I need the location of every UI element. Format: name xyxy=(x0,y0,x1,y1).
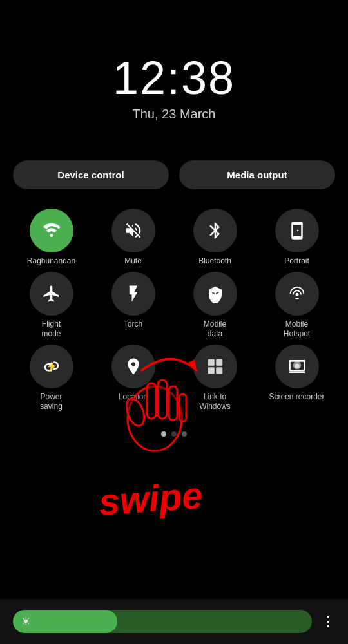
toggle-item-power: ⚡ Powersaving xyxy=(13,345,90,412)
mute-toggle[interactable] xyxy=(111,209,155,252)
screen-recorder-icon xyxy=(287,357,307,376)
hotspot-toggle[interactable] xyxy=(275,272,319,316)
location-toggle[interactable] xyxy=(111,345,155,388)
svg-rect-4 xyxy=(216,367,222,374)
wifi-label: Raghunandan xyxy=(27,256,75,267)
more-options-icon[interactable]: ⋮ xyxy=(321,613,335,630)
toggle-item-link-windows: Link toWindows xyxy=(177,345,253,412)
pagination-dot-1 xyxy=(161,431,166,437)
toggle-item-portrait: Portrait xyxy=(258,209,335,267)
svg-rect-2 xyxy=(216,359,222,366)
flight-label: Flightmode xyxy=(41,319,61,339)
toggle-item-flight: Flightmode xyxy=(13,272,90,339)
torch-toggle[interactable] xyxy=(111,272,155,316)
mobile-data-icon xyxy=(206,284,225,303)
power-label: Powersaving xyxy=(40,392,63,412)
portrait-toggle[interactable] xyxy=(275,209,319,252)
wifi-icon xyxy=(42,221,61,240)
device-control-button[interactable]: Device control xyxy=(13,160,169,189)
toggle-item-screen-recorder: Screen recorder xyxy=(258,345,335,412)
wifi-toggle[interactable] xyxy=(30,209,73,252)
media-output-button[interactable]: Media output xyxy=(179,160,335,189)
toggle-item-wifi: Raghunandan xyxy=(13,209,90,267)
toggle-item-mute: Mute xyxy=(95,209,171,267)
hotspot-label: MobileHotspot xyxy=(284,319,310,339)
torch-icon xyxy=(124,284,143,303)
toggle-item-torch: Torch xyxy=(95,272,171,339)
location-icon xyxy=(124,357,143,376)
toggle-item-mobile-data: Mobiledata xyxy=(177,272,253,339)
bluetooth-label: Bluetooth xyxy=(198,256,231,267)
svg-rect-3 xyxy=(208,367,214,374)
clock-time: 12:38 xyxy=(0,52,348,104)
link-windows-label: Link toWindows xyxy=(199,392,231,412)
power-toggle[interactable]: ⚡ xyxy=(30,345,73,388)
mobile-data-label: Mobiledata xyxy=(204,319,226,339)
mute-label: Mute xyxy=(124,256,142,267)
svg-rect-1 xyxy=(208,359,214,366)
flight-toggle[interactable] xyxy=(30,272,73,316)
link-windows-toggle[interactable] xyxy=(193,345,237,388)
bluetooth-toggle[interactable] xyxy=(193,209,237,252)
pagination-dot-2 xyxy=(171,431,177,437)
torch-label: Torch xyxy=(124,319,142,330)
brightness-track[interactable]: ☀ xyxy=(13,610,312,633)
portrait-label: Portrait xyxy=(284,256,309,267)
mobile-data-toggle[interactable] xyxy=(193,272,237,316)
hotspot-icon xyxy=(287,284,307,303)
toggle-grid: Raghunandan Mute Bluetooth Portrait xyxy=(0,196,348,412)
svg-text:⚡: ⚡ xyxy=(45,361,57,372)
flight-icon xyxy=(42,284,61,303)
pagination-dot-3 xyxy=(182,431,187,437)
brightness-bar: ☀ ⋮ xyxy=(0,599,348,644)
svg-point-5 xyxy=(295,363,300,368)
link-windows-icon xyxy=(206,357,225,376)
toggle-item-location: Location xyxy=(95,345,171,412)
mute-icon xyxy=(124,221,143,240)
location-label: Location xyxy=(119,392,148,402)
clock-section: 12:38 Thu, 23 March xyxy=(0,0,348,122)
power-icon: ⚡ xyxy=(42,357,61,376)
pagination xyxy=(0,431,348,437)
screen-recorder-toggle[interactable] xyxy=(275,345,319,388)
screen-recorder-label: Screen recorder xyxy=(269,392,324,402)
toggle-item-bluetooth: Bluetooth xyxy=(177,209,253,267)
clock-date: Thu, 23 March xyxy=(0,107,348,122)
bluetooth-icon xyxy=(206,221,225,240)
svg-text:swipe: swipe xyxy=(97,474,204,523)
toggle-item-hotspot: MobileHotspot xyxy=(258,272,335,339)
sun-icon: ☀ xyxy=(21,614,31,629)
quick-buttons: Device control Media output xyxy=(0,160,348,189)
portrait-icon xyxy=(287,221,307,240)
